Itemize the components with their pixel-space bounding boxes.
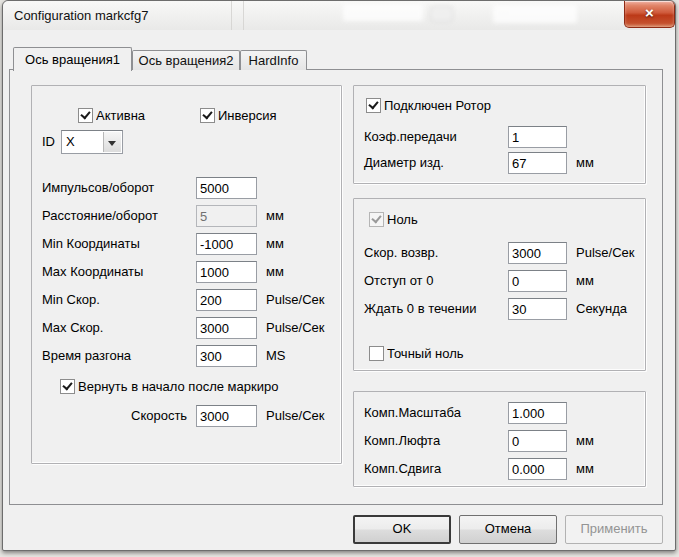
glass-artifact (231, 1, 232, 30)
active-checkbox[interactable] (78, 108, 93, 123)
close-button[interactable]: × (624, 1, 675, 28)
row-label: Отступ от 0 (364, 270, 433, 292)
row-label: Скор. возвр. (364, 242, 438, 264)
max-speed-input[interactable] (196, 317, 257, 339)
dropdown-button[interactable] (103, 132, 121, 152)
distance-per-rev-input (196, 205, 257, 227)
accel-time-input[interactable] (196, 345, 257, 367)
row-label: Ждать 0 в течении (364, 298, 477, 320)
tab-label: Ось вращения1 (25, 52, 120, 67)
row-label: Время разгона (42, 345, 131, 367)
unit-label: MS (266, 345, 338, 367)
compensation-group: Комп.Масштаба Комп.Люфта мм Комп.Сдвига … (353, 391, 646, 487)
rotor-group: Подключен Ротор Коэф.передачи Диаметр из… (353, 85, 646, 184)
id-selected-value: X (66, 134, 75, 149)
row-label: Импульсов/оборот (42, 177, 154, 199)
rotor-connected-checkbox[interactable] (366, 98, 381, 113)
unit-label: мм (266, 233, 338, 255)
glass-artifact (493, 5, 577, 23)
unit-label: мм (576, 458, 644, 480)
glass-artifact (243, 1, 244, 30)
unit-label: мм (576, 152, 644, 174)
zero-offset-input[interactable] (508, 270, 567, 292)
gear-ratio-input[interactable] (508, 126, 567, 148)
tab-axis2[interactable]: Ось вращения2 (132, 50, 240, 70)
unit-label: Pulse/Сек (266, 405, 340, 427)
active-checkbox-label: Активна (96, 108, 166, 123)
unit-label: Pulse/Сек (266, 317, 338, 339)
row-label: Min Скор. (42, 289, 100, 311)
apply-button: Применить (565, 515, 663, 544)
unit-label: Pulse/Сек (576, 242, 644, 264)
return-after-mark-label: Вернуть в начало после маркиро (78, 379, 340, 394)
configuration-dialog: Configuration markcfg7 × Ось вращения1 О… (2, 0, 676, 551)
cancel-button[interactable]: Отмена (459, 515, 557, 544)
row-label: Max Скор. (42, 317, 103, 339)
unit-label: мм (266, 205, 338, 227)
unit-label: Секунда (576, 298, 644, 320)
max-coord-input[interactable] (196, 261, 257, 283)
wait-zero-input[interactable] (508, 298, 567, 320)
shift-comp-input[interactable] (508, 458, 567, 480)
precise-zero-label: Точный ноль (387, 346, 507, 361)
unit-label: мм (576, 270, 644, 292)
id-label: ID (42, 131, 55, 153)
min-coord-input[interactable] (196, 233, 257, 255)
min-speed-input[interactable] (196, 289, 257, 311)
row-label: Диаметр изд. (364, 152, 444, 174)
speed-label: Скорость (131, 405, 187, 427)
row-label: Комп.Люфта (364, 430, 440, 452)
backlash-comp-input[interactable] (508, 430, 567, 452)
unit-label: мм (266, 261, 338, 283)
tab-label: HardInfo (249, 53, 299, 68)
return-after-mark-checkbox[interactable] (60, 379, 75, 394)
precise-zero-checkbox[interactable] (369, 346, 384, 361)
tab-hardinfo[interactable]: HardInfo (240, 50, 307, 70)
ok-button[interactable]: OK (353, 515, 451, 544)
unit-label: Pulse/Сек (266, 289, 338, 311)
zero-group: Ноль Скор. возвр. Pulse/Сек Отступ от 0 … (353, 198, 646, 371)
window-title: Configuration markcfg7 (14, 8, 148, 23)
rotor-connected-label: Подключен Ротор (384, 98, 534, 113)
id-select[interactable]: X (61, 130, 123, 154)
glass-artifact (343, 4, 423, 21)
row-label: Комп.Масштаба (364, 402, 461, 424)
chevron-down-icon (108, 141, 116, 146)
return-speed-input[interactable] (196, 405, 257, 427)
part-diameter-input[interactable] (508, 152, 567, 174)
row-label: Коэф.передачи (364, 126, 457, 148)
pulses-per-rev-input[interactable] (196, 177, 257, 199)
close-icon: × (645, 4, 654, 21)
row-label: Комп.Сдвига (364, 458, 441, 480)
tab-label: Ось вращения2 (139, 53, 234, 68)
row-label: Расстояние/оборот (42, 205, 158, 227)
unit-label: мм (576, 430, 644, 452)
title-bar[interactable]: Configuration markcfg7 (3, 1, 675, 30)
axis-settings-group: Активна Инверсия ID X Импульсов/оборот Р… (31, 85, 342, 464)
zero-checkbox (369, 212, 384, 227)
scale-comp-input[interactable] (508, 402, 567, 424)
return-zero-speed-input[interactable] (508, 242, 567, 264)
invert-checkbox[interactable] (200, 108, 215, 123)
row-label: Min Координаты (42, 233, 140, 255)
row-label: Max Координаты (42, 261, 143, 283)
tab-axis1[interactable]: Ось вращения1 (13, 47, 132, 71)
zero-checkbox-label: Ноль (387, 212, 467, 227)
invert-checkbox-label: Инверсия (218, 108, 279, 123)
glass-artifact (430, 6, 453, 22)
